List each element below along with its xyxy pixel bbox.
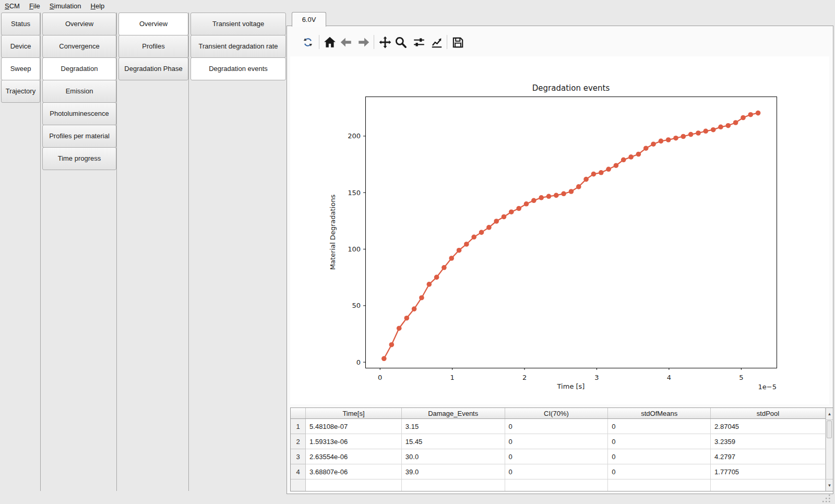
table-row: 43.68807e-0639.0001.77705 xyxy=(291,464,826,479)
data-point-marker xyxy=(494,219,499,224)
data-point-marker xyxy=(583,177,589,182)
table-cell: 0 xyxy=(608,434,711,449)
x-axis-label: Time [s] xyxy=(557,382,585,390)
data-point-marker xyxy=(703,129,709,134)
data-point-marker xyxy=(486,225,492,230)
column-header-time-s-[interactable]: Time[s] xyxy=(306,408,402,419)
sidebar-tab-convergence[interactable]: Convergence xyxy=(42,35,116,58)
toolbar-separator xyxy=(374,35,374,49)
chart-title: Degradation events xyxy=(532,83,610,93)
column-header-corner[interactable] xyxy=(291,408,306,419)
column-header-ci-70-[interactable]: CI(70%) xyxy=(505,408,608,419)
scrollbar-thumb[interactable] xyxy=(827,421,832,438)
data-point-marker xyxy=(502,214,507,220)
sidebar-tab-trajectory[interactable]: Trajectory xyxy=(1,80,40,103)
sidebar-tab-sweep[interactable]: Sweep xyxy=(1,57,40,80)
data-point-marker xyxy=(569,189,574,194)
data-point-marker xyxy=(659,139,664,144)
menubar: SCMFileSimulationHelp xyxy=(0,0,835,12)
zoom-button[interactable] xyxy=(393,34,409,50)
data-point-marker xyxy=(381,356,387,362)
sidebar-tab-overview[interactable]: Overview xyxy=(118,13,188,35)
table-cell: 3.15 xyxy=(401,419,505,434)
x-tick-label: 2 xyxy=(522,374,527,381)
home-icon xyxy=(323,35,337,49)
sidebar-tab-profiles-per-material[interactable]: Profiles per material xyxy=(42,125,116,148)
row-number xyxy=(291,479,306,492)
menu-scm[interactable]: SCM xyxy=(0,0,25,10)
scroll-up-button[interactable]: ▲ xyxy=(826,408,833,420)
table-cell: 4.2797 xyxy=(711,449,826,464)
resize-grip-icon[interactable] xyxy=(821,494,832,503)
tab-6.0v[interactable]: 6.0V xyxy=(292,12,326,27)
data-point-marker xyxy=(531,198,536,203)
x-tick-label: 0 xyxy=(378,374,382,381)
data-point-marker xyxy=(621,158,626,163)
data-point-marker xyxy=(419,295,424,301)
table-cell: 3.68807e-06 xyxy=(306,464,402,479)
toolbar-separator xyxy=(319,35,319,49)
data-point-marker xyxy=(628,154,634,160)
data-point-marker xyxy=(404,316,410,321)
data-point-marker xyxy=(696,130,701,136)
y-tick-label: 0 xyxy=(356,358,361,366)
scroll-down-button[interactable]: ▼ xyxy=(826,479,833,491)
pan-button[interactable] xyxy=(377,34,393,50)
data-point-marker xyxy=(576,184,581,189)
toolbar-separator xyxy=(447,35,447,49)
table-cell xyxy=(711,479,826,492)
data-point-marker xyxy=(726,123,731,128)
row-number: 1 xyxy=(291,419,306,434)
data-point-marker xyxy=(509,209,514,214)
plot-frame xyxy=(365,97,777,368)
data-point-marker xyxy=(442,265,447,270)
back-button[interactable] xyxy=(338,34,354,50)
sidebar-tab-time-progress[interactable]: Time progress xyxy=(42,147,116,170)
menu-help[interactable]: Help xyxy=(86,0,110,10)
data-point-marker xyxy=(554,193,559,198)
data-point-marker xyxy=(688,132,694,137)
data-point-marker xyxy=(681,134,686,139)
table-cell: 5.48108e-07 xyxy=(306,419,402,434)
table-row: 32.63554e-0630.0004.2797 xyxy=(291,449,826,464)
save-button[interactable] xyxy=(450,34,466,50)
degradation-events-chart: 012345050100150200Degradation eventsTime… xyxy=(290,56,829,404)
table-cell: 1.59313e-06 xyxy=(306,434,402,449)
table-cell: 1.77705 xyxy=(711,464,826,479)
data-point-marker xyxy=(389,342,395,347)
table-cell: 0 xyxy=(608,464,711,479)
sidebar-tab-degradation-phase[interactable]: Degradation Phase xyxy=(118,57,188,80)
back-icon xyxy=(339,35,353,49)
refresh-button[interactable] xyxy=(300,34,316,50)
table-cell xyxy=(505,479,608,492)
x-tick-label: 5 xyxy=(739,374,743,381)
sidebar-tab-overview[interactable]: Overview xyxy=(42,13,116,35)
menu-file[interactable]: File xyxy=(25,0,45,10)
sidebar-tab-device[interactable]: Device xyxy=(1,35,40,58)
refresh-icon xyxy=(302,37,314,48)
data-point-marker xyxy=(546,194,552,199)
table-cell: 15.45 xyxy=(401,434,505,449)
sidebar-tab-transient-voltage[interactable]: Transient voltage xyxy=(190,13,286,35)
sidebar-tab-status[interactable]: Status xyxy=(1,13,40,35)
sidebar-tab-emission[interactable]: Emission xyxy=(42,80,116,103)
menu-simulation[interactable]: Simulation xyxy=(45,0,86,10)
column-header-damage-events[interactable]: Damage_Events xyxy=(401,408,505,419)
table-cell: 0 xyxy=(505,434,608,449)
column-header-stdpool[interactable]: stdPool xyxy=(711,408,826,419)
sidebar-tab-transient-degradation-rate[interactable]: Transient degradation rate xyxy=(190,35,286,58)
subplots-button[interactable] xyxy=(411,34,427,50)
column-header-stdofmeans[interactable]: stdOfMeans xyxy=(608,408,711,419)
forward-button[interactable] xyxy=(356,34,372,50)
sidebar-column-separator xyxy=(116,13,117,491)
customize-button[interactable] xyxy=(429,34,445,50)
sidebar-tab-degradation[interactable]: Degradation xyxy=(42,57,116,80)
x-tick-label: 1 xyxy=(450,374,455,381)
chart-canvas[interactable]: 012345050100150200Degradation eventsTime… xyxy=(290,56,829,404)
sidebar-tab-degradation-events[interactable]: Degradation events xyxy=(190,57,286,80)
table-vertical-scrollbar[interactable]: ▲ ▼ xyxy=(826,408,833,491)
sidebar-column-separator xyxy=(188,13,189,491)
sidebar-tab-profiles[interactable]: Profiles xyxy=(118,35,188,58)
home-button[interactable] xyxy=(322,34,338,50)
sidebar-tab-photoluminescence[interactable]: Photoluminescence xyxy=(42,102,116,125)
